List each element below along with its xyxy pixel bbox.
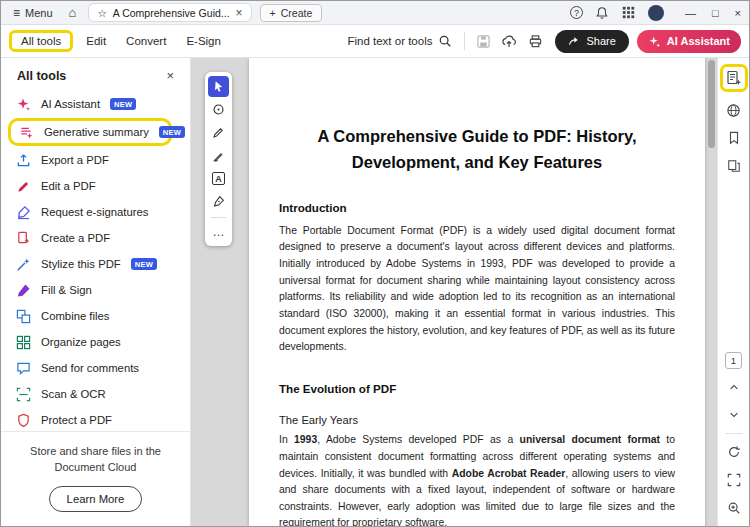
bell-icon xyxy=(595,6,609,20)
esignature-pen-icon xyxy=(15,204,31,220)
document-tab[interactable]: ☆ A Comprehensive Guid... × xyxy=(88,3,251,22)
share-button[interactable]: Share xyxy=(555,30,628,53)
star-icon[interactable]: ☆ xyxy=(97,7,106,19)
all-tools-highlight-box: All tools xyxy=(9,30,73,52)
sidebar-item-edit-pdf[interactable]: Edit a PDF xyxy=(1,173,190,199)
read-aloud-panel-button[interactable] xyxy=(724,100,744,120)
sidebar-item-label: Organize pages xyxy=(41,336,121,348)
document-cloud-text: Store and share files in the Document Cl… xyxy=(23,444,168,476)
organize-pages-icon xyxy=(15,334,31,350)
minimize-button[interactable]: — xyxy=(685,7,696,19)
comment-tool-button[interactable] xyxy=(208,99,229,120)
generative-summary-panel-button[interactable] xyxy=(724,68,744,88)
highlighter-icon xyxy=(212,149,225,162)
tab-close-icon[interactable]: × xyxy=(236,6,243,20)
share-icon xyxy=(568,35,580,47)
sidebar-item-stylize-pdf[interactable]: Stylize this PDF NEW xyxy=(1,251,190,277)
window-controls: — □ × xyxy=(685,7,741,19)
more-tools-button[interactable]: … xyxy=(208,221,229,242)
draw-tool-button[interactable] xyxy=(208,122,229,143)
app-body: All tools × AI Assistant NEW Generative … xyxy=(1,58,749,526)
learn-more-button[interactable]: Learn More xyxy=(49,486,143,512)
bookmarks-panel-button[interactable] xyxy=(724,128,744,148)
quick-tools-toolbar: A … xyxy=(205,72,232,246)
sign-tool-button[interactable] xyxy=(208,191,229,212)
save-button[interactable] xyxy=(471,29,495,53)
fit-width-button[interactable] xyxy=(724,470,744,490)
sidebar-item-label: Combine files xyxy=(41,310,109,322)
tab-convert[interactable]: Convert xyxy=(117,31,175,51)
document-scrollbar[interactable] xyxy=(708,60,715,526)
generative-summary-icon xyxy=(18,124,34,140)
intro-heading: Introduction xyxy=(279,199,675,218)
grid-icon xyxy=(622,6,635,19)
edit-pdf-icon xyxy=(15,178,31,194)
chevron-up-icon xyxy=(728,381,740,393)
new-badge: NEW xyxy=(110,98,136,110)
zoom-button[interactable] xyxy=(724,498,744,518)
sidebar-item-label: Create a PDF xyxy=(41,232,110,244)
tab-all-tools[interactable]: All tools xyxy=(17,33,65,49)
scrollbar-thumb[interactable] xyxy=(708,60,715,148)
sidebar-item-create-pdf[interactable]: Create a PDF xyxy=(1,225,190,251)
question-icon: ? xyxy=(574,8,579,18)
pdf-title: A Comprehensive Guide to PDF: History, D… xyxy=(275,124,679,175)
sidebar-item-ai-assistant[interactable]: AI Assistant NEW xyxy=(1,91,190,117)
sidebar-item-label: Send for comments xyxy=(41,362,139,374)
panel-close-icon[interactable]: × xyxy=(166,68,174,83)
find-tools-button[interactable]: Find text or tools xyxy=(347,34,458,48)
upload-cloud-button[interactable] xyxy=(497,29,521,53)
sidebar-item-request-esignatures[interactable]: Request e-signatures xyxy=(1,199,190,225)
intro-paragraph: The Portable Document Format (PDF) is a … xyxy=(279,223,675,356)
export-pdf-icon xyxy=(15,152,31,168)
sidebar-item-export-pdf[interactable]: Export a PDF xyxy=(1,147,190,173)
all-tools-panel: All tools × AI Assistant NEW Generative … xyxy=(1,58,191,526)
document-cloud-footer: Store and share files in the Document Cl… xyxy=(1,431,190,526)
previous-page-button[interactable] xyxy=(724,377,744,397)
sidebar-item-combine-files[interactable]: Combine files xyxy=(1,303,190,329)
next-page-button[interactable] xyxy=(724,405,744,425)
pdf-page: A Comprehensive Guide to PDF: History, D… xyxy=(249,58,705,526)
home-button[interactable]: ⌂ xyxy=(65,3,81,22)
summary-sparkle-doc-icon xyxy=(726,70,742,86)
tab-edit[interactable]: Edit xyxy=(77,31,115,51)
ai-assistant-label: AI Assistant xyxy=(667,35,730,47)
help-button[interactable]: ? xyxy=(570,6,583,19)
sidebar-item-fill-sign[interactable]: Fill & Sign xyxy=(1,277,190,303)
all-tools-panel-header: All tools × xyxy=(1,58,190,87)
sidebar-item-label: AI Assistant xyxy=(41,98,100,110)
toolbar-divider xyxy=(464,32,465,50)
tab-esign[interactable]: E-Sign xyxy=(177,31,230,51)
highlight-tool-button[interactable] xyxy=(208,145,229,166)
titlebar: ≡ Menu ⌂ ☆ A Comprehensive Guid... × + C… xyxy=(1,1,749,25)
create-pdf-icon xyxy=(15,230,31,246)
apps-button[interactable] xyxy=(621,5,637,21)
add-text-tool-button[interactable]: A xyxy=(208,168,229,189)
bookmark-icon xyxy=(727,131,741,145)
select-tool-button[interactable] xyxy=(208,76,229,97)
print-button[interactable] xyxy=(523,29,547,53)
sidebar-item-protect-pdf[interactable]: Protect a PDF xyxy=(1,407,190,431)
page-number-box[interactable]: 1 xyxy=(725,352,742,369)
notifications-button[interactable] xyxy=(594,5,610,21)
sidebar-item-send-for-comments[interactable]: Send for comments xyxy=(1,355,190,381)
create-button[interactable]: + Create xyxy=(260,4,323,22)
panel-title: All tools xyxy=(17,69,66,83)
menu-button[interactable]: ≡ Menu xyxy=(9,4,57,22)
generative-summary-highlight-box xyxy=(720,64,748,92)
refresh-view-button[interactable] xyxy=(724,442,744,462)
sidebar-item-generative-summary[interactable]: Generative summary NEW xyxy=(8,118,172,146)
new-badge: NEW xyxy=(131,258,157,270)
user-avatar[interactable] xyxy=(648,5,664,21)
ai-assistant-button[interactable]: AI Assistant xyxy=(637,30,741,53)
scan-ocr-icon xyxy=(15,386,31,402)
pages-icon xyxy=(727,159,741,173)
page-thumbnails-panel-button[interactable] xyxy=(724,156,744,176)
evolution-heading: The Evolution of PDF xyxy=(279,380,675,399)
sidebar-item-scan-ocr[interactable]: Scan & OCR xyxy=(1,381,190,407)
right-rail: 1 xyxy=(717,58,749,526)
maximize-button[interactable]: □ xyxy=(712,7,719,19)
sidebar-item-organize-pages[interactable]: Organize pages xyxy=(1,329,190,355)
sidebar-item-label: Scan & OCR xyxy=(41,388,106,400)
window-close-button[interactable]: × xyxy=(735,7,741,19)
